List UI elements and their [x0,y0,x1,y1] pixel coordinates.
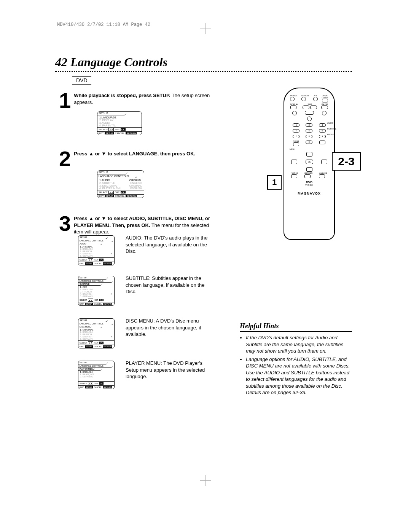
repeat-button-icon [301,97,306,101]
foot-label: CANCEL: [94,345,102,348]
scroll-indicator-icon: ▼ [110,293,113,295]
num-button: 1 [293,123,299,127]
step-3: 3 Press ▲ or ▼ to select AUDIO, SUBTITLE… [59,215,211,235]
diagram-subtab: LANGUAGE CONTROLS [78,239,113,242]
foot-label: CANCEL: [115,132,125,134]
num-button: 0 [306,141,312,144]
callout-1: 1 [267,175,282,190]
step-text: Press ▲ or ▼ to select LANGUAGE, then pr… [59,150,211,157]
sub-text: SUBTITLE: Subtitles appear in the chosen… [126,275,211,295]
diagram-tab: SET-UP [97,112,126,115]
sub-text: PLAYER MENU: The DVD Player's Setup menu… [126,360,211,380]
diagram-tab: SET-UP [78,236,108,239]
skip-fwd-icon [310,105,317,109]
side-button-icon [319,141,325,144]
hint-item: Language options for AUDIO, SUBTITLE, an… [246,356,352,396]
brand-label: MAGNAVOX [288,192,330,195]
return-key: RETURN [103,345,112,348]
scroll-indicator-icon: ▼ [110,252,113,255]
ab-label: A-B [313,95,318,97]
return-key: RETURN [103,303,112,305]
diagram-item: 4. PLAYER MENU [99,187,121,190]
arrow-icon: ▲▼ [108,191,114,194]
setup-key: SETUP [85,262,93,265]
ok-key: OK [121,128,126,131]
subtitle-label: SUBTITLE [327,128,336,130]
ok-key: OK [99,382,104,385]
setup-key: SETUP [85,386,93,388]
ok-key: OK [99,342,104,344]
pause-label: PAUSE [321,104,328,105]
down-button-icon [306,167,312,172]
display-label: DISPLAY [290,104,298,105]
foot-label: EXIT: [80,345,84,348]
foot-label: CANCEL: [94,303,102,305]
foot-label: SELECT: [80,342,87,344]
foot-label: CANCEL: [115,195,125,197]
setup-key: SETUP [105,132,114,134]
page-title: 42 Language Controls [55,55,167,69]
diagram-value: ORIGINAL [129,179,142,182]
step-bold: Press ▲ or ▼ to select LANGUAGE, then pr… [74,151,195,157]
diagram-subtab: LANGUAGE CONTROLS [78,322,113,325]
num-button: 7 [293,135,299,138]
dvd-logo: DVD [288,181,330,184]
page-header: MDV410/430 2/7/02 11:18 AM Page 42 [57,22,150,27]
setup-key: SETUP [85,303,93,305]
display-button-icon [290,105,296,109]
arrow-icon: ▲▼ [88,382,93,385]
ok-key: OK [99,259,104,261]
diagram-subtab2: AUDIO [78,242,102,245]
audio-label: AUDIO [327,122,333,124]
crop-mark [200,480,211,481]
diagram-tab: SET-UP [78,361,108,364]
foot-label: EXIT: [80,262,84,265]
setup-key: SETUP [85,345,93,348]
sub-text: DISC MENU: A DVD's Disc menu appears in … [126,318,211,338]
ab-button-icon [313,97,318,101]
page-number: 42 [55,55,67,69]
arrow-icon: ▲▼ [88,341,93,344]
diagram-footer: SELECT:▲▼SET:OK [78,298,114,302]
foot-label: EXIT: [80,386,84,388]
diagram-footer: EXIT:SETUP CANCEL:RETURN [97,194,144,198]
foot-label: SELECT: [80,259,87,261]
hints-title: Helpful Hints [240,322,352,332]
play-button-icon [305,111,314,115]
diagram-item: 5. GERMAN [80,338,113,340]
ok-key: OK [99,299,104,301]
foot-label: SELECT: [80,382,87,385]
diagram-item: 3.AUDIO [99,121,140,124]
setup-button-icon [291,174,297,178]
diagram-item: 4. PARENTAL [99,124,140,127]
diagram-item: 1.LANGUAGE [99,116,140,119]
diagram-tab: SET-UP [78,276,108,280]
return-label: RETURN [304,173,312,174]
foot-label: CANCEL: [94,386,102,388]
section-label: DVD [72,76,91,85]
foot-label: SELECT: [99,191,108,193]
diagram-footer: SELECT:▲▼SET:OK [78,340,114,345]
diagram-tab: SET-UP [78,319,108,322]
foot-label: SET: [115,191,120,193]
rew-button-icon [292,111,297,115]
step-1: 1 While playback is stopped, press SETUP… [59,92,211,109]
stop-button-icon [307,117,312,121]
right-button-icon [321,160,327,164]
open-button-icon [322,99,328,102]
sub-audio: SET-UP LANGUAGE CONTROLS AUDIO 1.ORIGINA… [78,235,211,265]
marker-button-icon [319,174,325,178]
sub-discmenu: SET-UP LANGUAGE CONTROLS DISC MENU 1. OR… [78,318,211,348]
return-button-icon [304,174,311,178]
setup-key: SETUP [105,195,114,197]
foot-label: SET: [115,128,120,131]
diagram-subtab: LANGUAGE CONTROLS [97,174,137,178]
num-button: 5 [306,129,312,133]
arrow-icon: ▲▼ [88,299,93,302]
pause-button-icon [321,105,328,109]
step-number: 1 [59,92,71,109]
sub-text: AUDIO: The DVD's audio plays in the sele… [126,235,211,255]
foot-label: EXIT: [99,195,104,197]
arrow-icon: ▲▼ [88,258,93,261]
diagram-item: 3. DISC MENU [99,184,117,187]
